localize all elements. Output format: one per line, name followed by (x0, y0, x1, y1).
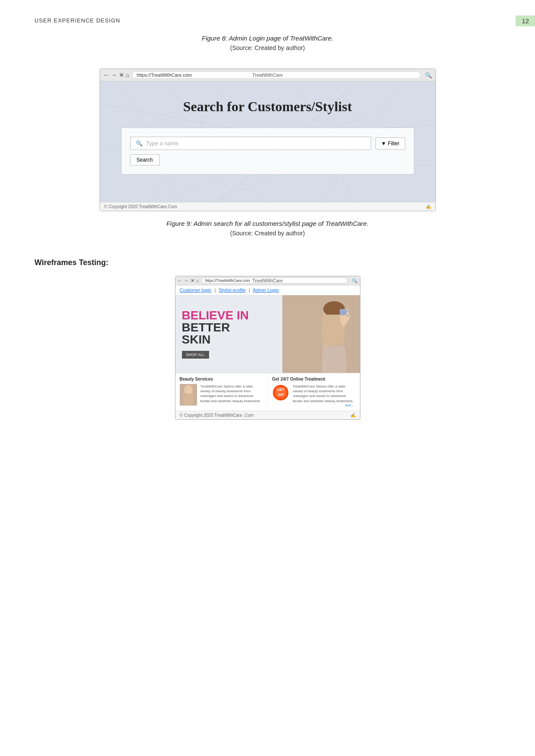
beauty-services-card: Beauty Services TreatWithCare Salons off… (175, 373, 268, 411)
search-input-field[interactable]: 🔍 Type a name (130, 137, 371, 150)
url-text-small: https://TreatWithCare.com (205, 278, 250, 283)
figure9-block: TreatWithCare ← → ✕ ⌂ https://TreatWithC… (34, 69, 501, 237)
hero-section: BELIEVE IN BETTER SKIN SHOP ALL (175, 295, 360, 373)
forward-icon-sm[interactable]: → (184, 278, 189, 283)
hero-better-text: BETTER (182, 322, 276, 334)
browser-container-small: TreatWithCare ← → ✕ ⌂ https://TreatWithC… (34, 276, 501, 420)
search-placeholder: Type a name (146, 140, 178, 147)
page-number: 12 (516, 16, 535, 26)
browser-toolbar-large: TreatWithCare ← → ✕ ⌂ https://TreatWithC… (100, 69, 435, 81)
toolbar-inner: TreatWithCare ← → ✕ ⌂ https://TreatWithC… (103, 71, 432, 79)
figure8-caption: Figure 8: Admin Login page of TreatWithC… (34, 34, 501, 42)
url-bar-small[interactable]: https://TreatWithCare.com (201, 278, 347, 284)
wireframes-heading: Wireframes Testing: (34, 258, 501, 267)
beauty-title: Beauty Services (180, 377, 263, 381)
search-btn-label: Search (137, 157, 153, 163)
figure9-caption: Figure 9: Admin search for all customers… (34, 220, 501, 227)
filter-label: Filter (388, 141, 400, 147)
hero-believe-text: BELIEVE IN (182, 309, 276, 322)
page-wrapper: USER EXPERIENCE DESIGN 12 Figure 8: Admi… (0, 0, 535, 463)
search-magnifier-icon: 🔍 (136, 140, 143, 147)
close-icon[interactable]: ✕ (119, 72, 124, 78)
browser-nav-icons-large: ← → ✕ ⌂ (103, 72, 129, 78)
back-icon-sm[interactable]: ← (178, 278, 182, 283)
online-content: 24/7 365 TreatWithCare Salons offer a wi… (272, 384, 356, 407)
filter-button[interactable]: ▼ Filter (375, 137, 405, 150)
browser-nav-icons-small: ← → ✕ ⌂ (178, 278, 199, 284)
browser-footer-small: © Copyright 2020 TreatWithCare .Com ✍ (175, 411, 360, 419)
search-button[interactable]: Search (130, 154, 160, 166)
home-icon-sm[interactable]: ⌂ (196, 278, 199, 283)
browser-search-icon-large[interactable]: 🔍 (425, 72, 432, 78)
beauty-thumb (180, 384, 197, 406)
clock-icon: 24/7 365 (272, 384, 289, 401)
shop-all-button[interactable]: SHOP ALL (182, 351, 209, 359)
wireframes-section: Wireframes Testing: TreatWithCare ← → ✕ … (34, 258, 501, 420)
small-browser-mockup: TreatWithCare ← → ✕ ⌂ https://TreatWithC… (175, 276, 360, 420)
svg-text:365: 365 (278, 393, 284, 397)
figure8-source: (Source: Created by author) (34, 44, 501, 51)
footer-edit-icon-large: ✍ (426, 204, 431, 209)
beauty-text: TreatWithCare Salons offer a wide variet… (200, 384, 263, 403)
search-heading: Search for Customers/Stylist (183, 99, 352, 115)
footer-edit-icon-small: ✍ (350, 413, 356, 418)
search-box-container: 🔍 Type a name ▼ Filter Search (121, 128, 414, 175)
browser-toolbar-small: TreatWithCare ← → ✕ ⌂ https://TreatWithC… (175, 276, 360, 285)
svg-text:24/7: 24/7 (277, 387, 285, 392)
url-text-large: https://TreatWithCare.com (137, 72, 192, 78)
search-page-content: Search for Customers/Stylist 🔍 Type a na… (100, 81, 435, 202)
browser-search-icon-small[interactable]: 🔍 (352, 278, 358, 284)
online-title: Get 24/7 Online Treatment (272, 377, 356, 381)
customer-login-link[interactable]: Customer login (180, 287, 212, 293)
hero-left: BELIEVE IN BETTER SKIN SHOP ALL (175, 295, 282, 373)
hero-skin-text: SKIN (182, 334, 276, 346)
stylist-profile-link[interactable]: Stylist profile (219, 287, 245, 293)
browser-container-large: TreatWithCare ← → ✕ ⌂ https://TreatWithC… (34, 69, 501, 211)
figure8-block: Figure 8: Admin Login page of TreatWithC… (34, 34, 501, 51)
filter-icon: ▼ (381, 141, 386, 147)
home-icon[interactable]: ⌂ (126, 72, 129, 78)
forward-icon[interactable]: → (111, 72, 117, 78)
services-section: Beauty Services TreatWithCare Salons off… (175, 373, 360, 411)
hero-right (282, 295, 360, 373)
svg-rect-10 (282, 295, 360, 373)
online-treatment-card: Get 24/7 Online Treatment 24/7 365 (268, 373, 360, 411)
figure9-source: (Source: Created by author) (34, 230, 501, 237)
browser-footer-large: © Copyright 2020 TreatWithCare.Com ✍ (100, 202, 435, 211)
beauty-content: TreatWithCare Salons offer a wide variet… (180, 384, 263, 406)
large-browser-mockup: TreatWithCare ← → ✕ ⌂ https://TreatWithC… (100, 69, 436, 211)
footer-copyright-small: © Copyright 2020 TreatWithCare .Com (180, 413, 254, 418)
url-bar-large[interactable]: https://TreatWithCare.com (132, 71, 421, 79)
close-icon-sm[interactable]: ✕ (191, 278, 194, 284)
toolbar-inner-small: TreatWithCare ← → ✕ ⌂ https://TreatWithC… (178, 278, 358, 284)
admin-login-link[interactable]: Admin Login (253, 287, 279, 293)
header-label: USER EXPERIENCE DESIGN (34, 17, 120, 24)
search-input-row: 🔍 Type a name ▼ Filter (130, 137, 405, 150)
hero-person-illustration (282, 295, 360, 373)
footer-copyright-large: © Copyright 2020 TreatWithCare.Com (104, 204, 177, 209)
back-icon[interactable]: ← (103, 72, 110, 78)
svg-rect-14 (340, 309, 347, 315)
search-page-inner: Search for Customers/Stylist 🔍 Type a na… (109, 99, 427, 175)
online-text: TreatWithCare Salons offer a wide variet… (293, 384, 356, 403)
active-badge: Acti... (293, 403, 356, 407)
nav-links: Customer login | Stylist profile | Admin… (175, 285, 360, 295)
